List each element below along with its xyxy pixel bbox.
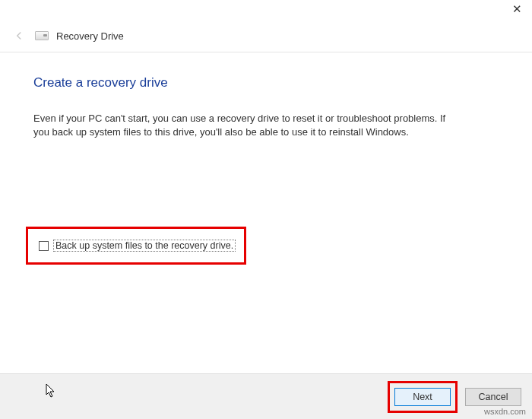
watermark: wsxdn.com <box>484 407 526 416</box>
backup-checkbox-label: Back up system files to the recovery dri… <box>53 240 236 252</box>
backup-checkbox-row[interactable]: Back up system files to the recovery dri… <box>39 240 236 252</box>
wizard-header: Recovery Drive <box>0 24 532 52</box>
next-highlight: Next <box>388 381 458 413</box>
backup-checkbox[interactable] <box>39 241 49 251</box>
cancel-button[interactable]: Cancel <box>465 388 521 406</box>
next-button[interactable]: Next <box>394 388 451 406</box>
page-heading: Create a recovery drive <box>33 75 499 90</box>
back-arrow-icon <box>11 27 27 44</box>
window-title: Recovery Drive <box>56 30 124 42</box>
wizard-footer: Next Cancel <box>0 373 532 419</box>
close-button[interactable]: ✕ <box>512 5 523 15</box>
page-description: Even if your PC can't start, you can use… <box>33 112 459 139</box>
drive-icon <box>35 31 49 40</box>
checkbox-highlight: Back up system files to the recovery dri… <box>26 227 246 265</box>
